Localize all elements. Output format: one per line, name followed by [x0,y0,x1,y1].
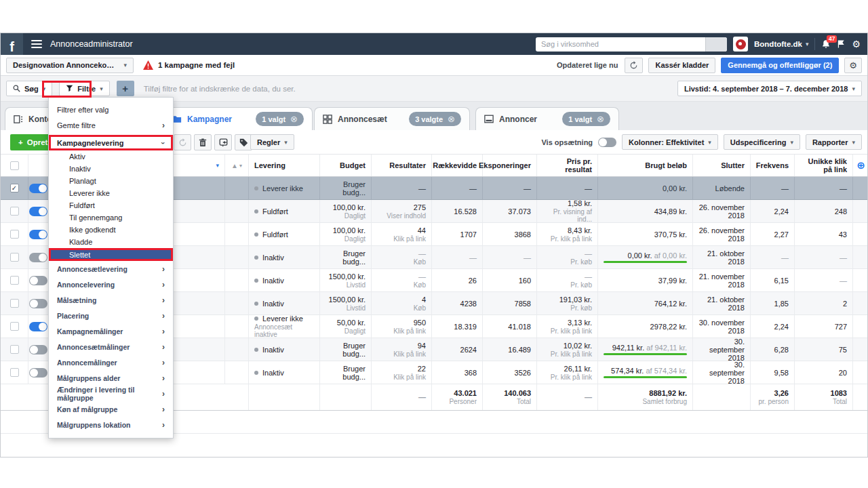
col-header-spent[interactable]: Brugt beløb [597,155,692,176]
filter-category-item[interactable]: Annoncesætmålinger› [49,339,173,354]
filter-status-option[interactable]: Slettet [49,248,173,261]
view-setup-toggle[interactable] [598,138,616,147]
filters-button[interactable]: Filtre ▾ [59,81,109,96]
delete-button[interactable] [194,134,212,150]
filter-category-item[interactable]: Annoncelevering› [49,277,173,292]
campaign-toggle[interactable] [29,368,47,378]
help-settings-gear-icon[interactable]: ⚙ [852,39,861,49]
tab-ads[interactable]: Annoncer 1 valgt ⊗ [475,107,619,130]
results-cell: 4Køb [371,292,431,314]
filter-status-option[interactable]: Kladde [49,236,173,248]
col-header-impressions[interactable]: Eksponeringer [482,155,536,176]
business-search-input[interactable]: Søg i virksomhed [536,37,727,52]
ads-selected-badge[interactable]: 1 valgt ⊗ [562,112,610,126]
col-header-results[interactable]: Resultater [371,155,431,176]
campaign-toggle[interactable] [29,345,47,354]
filter-category-item[interactable]: Kampagnemålinger› [49,323,173,339]
col-header-reach[interactable]: Rækkevidde [431,155,482,176]
row-checkbox[interactable] [10,276,19,285]
edit-button[interactable] [214,134,232,150]
search-filter-button[interactable]: Søg ▾ [6,81,52,96]
adsets-selected-badge[interactable]: 3 valgte ⊗ [409,112,461,126]
add-filter-button[interactable]: + [117,81,134,96]
filter-section-campaign-delivery[interactable]: Kampagnelevering› [49,135,173,150]
sort-caret-icon[interactable]: ▾ [216,162,219,169]
row-checkbox[interactable] [10,207,19,216]
clear-selection-icon[interactable]: ⊗ [597,114,604,124]
columns-button[interactable]: Kolonner: Effektivitet ▾ [622,134,718,150]
select-all-checkbox[interactable] [10,161,19,170]
campaign-toggle[interactable] [29,253,47,262]
clear-selection-icon[interactable]: ⊗ [290,114,298,124]
hamburger-menu-icon[interactable] [31,40,42,48]
filter-category-item[interactable]: Annoncemålinger› [49,354,173,370]
spent-value: 0,00 kr. [663,184,687,192]
campaign-toggle[interactable] [29,230,47,239]
filter-category-item[interactable]: Målgruppens alder› [49,370,173,386]
tab-campaigns[interactable]: Kampagner 1 valgt ⊗ [163,107,313,130]
filter-category-item[interactable]: Ændringer i levering til målgruppe› [49,386,173,401]
filter-menu-item[interactable]: Gemte filtre› [49,117,173,133]
col-header-cost[interactable]: Pris pr. resultat [536,155,597,176]
row-warning-cell [224,315,248,338]
col-header-unique-clicks[interactable]: Unikke klik på link [794,155,852,176]
delivery-text: Leverer ikke [262,184,303,192]
filter-category-item[interactable]: Placering› [49,308,173,323]
row-checkbox[interactable]: ✓ [10,184,19,192]
duplicate-refresh-button[interactable] [174,134,191,150]
cell-value: 16.528 [454,207,477,216]
row-checkbox[interactable] [10,230,19,239]
col-header-delivery[interactable]: Levering [248,155,319,176]
filter-status-option[interactable]: Inaktiv [49,163,173,175]
facebook-logo-icon[interactable]: f [1,33,23,55]
account-menu[interactable]: Bondtofte.dk ▾ [754,40,808,48]
business-avatar[interactable] [733,37,748,52]
filter-status-option[interactable]: Ikke godkendt [49,224,173,236]
row-checkbox[interactable] [10,253,19,262]
flag-icon[interactable] [837,39,846,49]
settings-gear-button[interactable]: ⚙ [844,58,862,73]
notifications-bell-icon[interactable]: 47 [821,39,831,49]
totals-reach: 43.021Personer [431,384,482,410]
campaign-toggle[interactable] [29,207,47,216]
campaigns-selected-badge[interactable]: 1 valgt ⊗ [256,112,304,126]
status-dot-icon [254,256,258,260]
filter-category-item[interactable]: Annoncesætlevering› [49,261,173,277]
row-checkbox[interactable] [10,345,19,354]
date-range-selector[interactable]: Livstid: 4. september 2018 – 7. december… [677,81,862,96]
filter-status-option[interactable]: Planlagt [49,175,173,187]
totals-ends [692,384,750,410]
filter-category-item[interactable]: Målgruppens lokation› [49,417,173,432]
add-column-icon[interactable]: ⊕ [856,159,865,171]
ad-account-selector[interactable]: Designovation Annoncekonto (4... ▾ [6,58,134,73]
col-header-frequency[interactable]: Frekvens [750,155,794,176]
reports-button[interactable]: Rapporter ▾ [806,134,862,150]
row-checkbox[interactable] [10,322,19,331]
review-publish-button[interactable]: Gennemgå og offentliggør (2) [721,58,839,73]
discard-drafts-button[interactable]: Kassér kladder [648,58,715,73]
campaign-toggle[interactable] [29,322,47,331]
error-banner[interactable]: 1 kampagne med fejl [143,60,235,70]
filter-status-option[interactable]: Leverer ikke [49,187,173,199]
filter-menu-item[interactable]: Filtrer efter valg [49,102,173,117]
search-submit-button[interactable] [705,37,727,52]
row-checkbox[interactable] [10,299,19,308]
cell-value: 30. september 2018 [698,361,745,385]
col-header-ends[interactable]: Slutter [692,155,750,176]
col-header-budget[interactable]: Budget [319,155,371,176]
rules-button[interactable]: Regler ▾ [250,134,294,150]
breakdown-button[interactable]: Udspecificering ▾ [724,134,800,150]
refresh-button[interactable] [625,58,643,73]
campaign-toggle[interactable] [29,299,47,308]
campaign-toggle[interactable] [29,184,47,193]
filter-category-item[interactable]: Køn af målgruppe› [49,401,173,417]
filter-status-option[interactable]: Til gennemgang [49,211,173,224]
filter-status-option[interactable]: Aktiv [49,150,173,163]
clear-selection-icon[interactable]: ⊗ [448,114,455,124]
campaign-toggle[interactable] [29,276,47,285]
row-checkbox[interactable] [10,368,19,377]
filter-status-option[interactable]: Fuldført [49,199,173,211]
filter-category-item[interactable]: Målsætning› [49,292,173,308]
warning-header-cell[interactable]: ▲ ▾ [224,155,248,176]
tab-adsets[interactable]: Annoncesæt 3 valgte ⊗ [314,107,470,130]
